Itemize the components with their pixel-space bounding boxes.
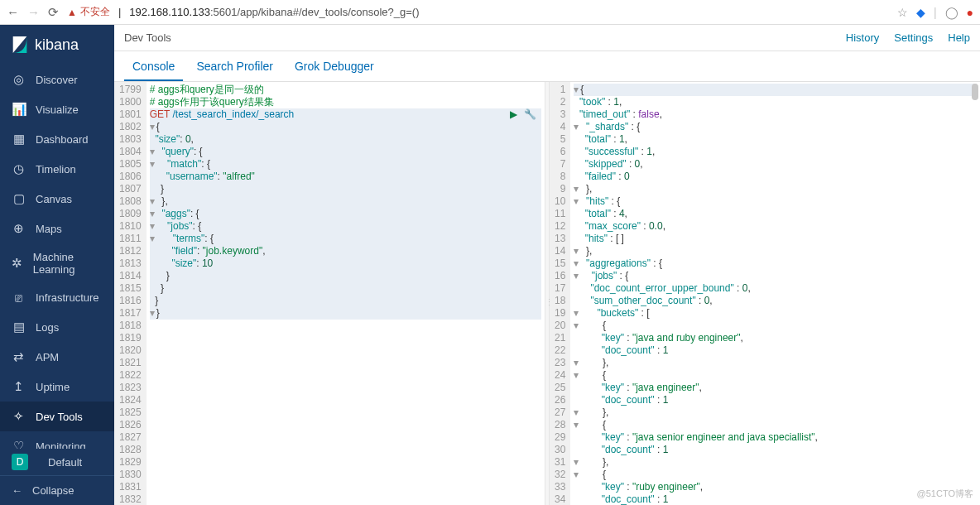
request-editor[interactable]: 1799180018011802180318041805180618071808… <box>114 82 545 505</box>
sidebar-item-apm[interactable]: ⇄APM <box>0 342 114 372</box>
top-link-help[interactable]: Help <box>948 31 970 44</box>
back-icon[interactable]: ← <box>7 5 19 19</box>
sidebar-item-dashboard[interactable]: ▦Dashboard <box>0 124 114 154</box>
sidebar-item-maps[interactable]: ⊕Maps <box>0 214 114 243</box>
response-viewer[interactable]: 1234567891011121314151617181920212223242… <box>550 82 980 505</box>
space-badge[interactable]: D <box>12 454 28 470</box>
divider: | <box>934 6 937 19</box>
sidebar-icon: ▦ <box>12 132 26 147</box>
sidebar-item-canvas[interactable]: ▢Canvas <box>0 184 114 214</box>
collapse-label: Collapse <box>32 484 74 497</box>
sidebar-item-visualize[interactable]: 📊Visualize <box>0 94 114 124</box>
sidebar-item-uptime[interactable]: ↥Uptime <box>0 372 114 402</box>
sidebar-item-label: Visualize <box>36 103 79 116</box>
play-icon[interactable]: ▶ <box>510 108 517 120</box>
sidebar-item-label: Monitoring <box>36 440 86 450</box>
sidebar-icon: ✧ <box>12 409 26 424</box>
sidebar-item-label: APM <box>36 351 59 363</box>
watermark: @51CTO博客 <box>917 488 973 500</box>
sidebar-icon: ♡ <box>12 439 26 449</box>
ext-icon[interactable]: ◆ <box>916 6 925 19</box>
collapse-button[interactable]: ← Collapse <box>0 475 114 505</box>
sidebar-item-label: Logs <box>36 321 59 334</box>
sidebar-icon: ⎚ <box>12 291 26 305</box>
profile-icon[interactable]: ◯ <box>945 6 958 19</box>
sidebar-item-label: Machine Learning <box>33 251 103 276</box>
forward-icon[interactable]: → <box>27 5 40 19</box>
sidebar-icon: 📊 <box>12 102 26 117</box>
request-code[interactable]: # aggs和query是同一级的# aggs作用于该query结果集GET /… <box>147 82 545 505</box>
sidebar-icon: ▤ <box>12 320 26 334</box>
tab-search-profiler[interactable]: Search Profiler <box>188 51 281 81</box>
insecure-badge: ▲ 不安全 <box>67 5 110 19</box>
sidebar-icon: ↥ <box>12 379 26 394</box>
breadcrumb: Dev Tools <box>124 31 171 44</box>
browser-toolbar: ← → ⟳ ▲ 不安全 | 192.168.110.133:5601/app/k… <box>0 0 980 25</box>
sidebar-item-label: Infrastructure <box>36 291 99 304</box>
scrollbar[interactable] <box>972 84 978 100</box>
sidebar-item-label: Maps <box>36 223 62 235</box>
sidebar-item-label: Dashboard <box>36 133 89 146</box>
top-link-settings[interactable]: Settings <box>894 31 933 44</box>
extension-icons: ☆ ◆ | ◯ ● <box>897 6 973 19</box>
sidebar-item-monitoring[interactable]: ♡Monitoring <box>0 431 114 449</box>
kibana-logo[interactable]: kibana <box>0 25 114 65</box>
sidebar-item-infrastructure[interactable]: ⎚Infrastructure <box>0 283 114 312</box>
close-icon[interactable]: ● <box>967 6 973 19</box>
sidebar-item-label: Uptime <box>36 381 70 393</box>
sidebar-item-discover[interactable]: ◎Discover <box>0 65 114 94</box>
brand-label: kibana <box>35 36 79 54</box>
wrench-icon[interactable]: 🔧 <box>524 108 536 120</box>
response-gutter: 1234567891011121314151617181920212223242… <box>550 82 570 505</box>
sidebar-item-machine-learning[interactable]: ✲Machine Learning <box>0 243 114 283</box>
sidebar-icon: ◷ <box>12 161 26 176</box>
space-label: Default <box>48 456 82 469</box>
sidebar-item-dev-tools[interactable]: ✧Dev Tools <box>0 402 114 431</box>
sidebar: kibana ◎Discover📊Visualize▦Dashboard◷Tim… <box>0 25 114 505</box>
top-bar: Dev Tools HistorySettingsHelp <box>114 25 980 51</box>
address-bar[interactable]: 192.168.110.133:5601/app/kibana#/dev_too… <box>129 6 889 18</box>
sidebar-item-label: Discover <box>36 74 78 86</box>
sidebar-item-label: Canvas <box>36 193 72 205</box>
sidebar-icon: ⊕ <box>12 221 26 236</box>
sidebar-item-logs[interactable]: ▤Logs <box>0 312 114 342</box>
kibana-logo-icon <box>12 35 28 55</box>
sidebar-item-label: Timelion <box>36 163 76 176</box>
run-controls: ▶ 🔧 <box>510 108 536 120</box>
tab-grok-debugger[interactable]: Grok Debugger <box>286 51 382 81</box>
sidebar-icon: ◎ <box>12 72 26 87</box>
tab-strip: ConsoleSearch ProfilerGrok Debugger <box>114 51 980 82</box>
sidebar-icon: ▢ <box>12 191 26 206</box>
response-code: ▾{ "took" : 1, "timed_out" : false,▾ "_s… <box>570 82 980 505</box>
tab-console[interactable]: Console <box>124 51 183 81</box>
sidebar-item-label: Dev Tools <box>36 411 83 423</box>
sidebar-item-timelion[interactable]: ◷Timelion <box>0 154 114 184</box>
collapse-icon: ← <box>12 484 22 497</box>
request-gutter: 1799180018011802180318041805180618071808… <box>114 82 147 505</box>
reload-icon[interactable]: ⟳ <box>48 5 59 20</box>
sidebar-icon: ⇄ <box>12 349 26 364</box>
sidebar-icon: ✲ <box>12 256 23 271</box>
star-icon[interactable]: ☆ <box>897 6 908 19</box>
top-link-history[interactable]: History <box>846 31 879 44</box>
